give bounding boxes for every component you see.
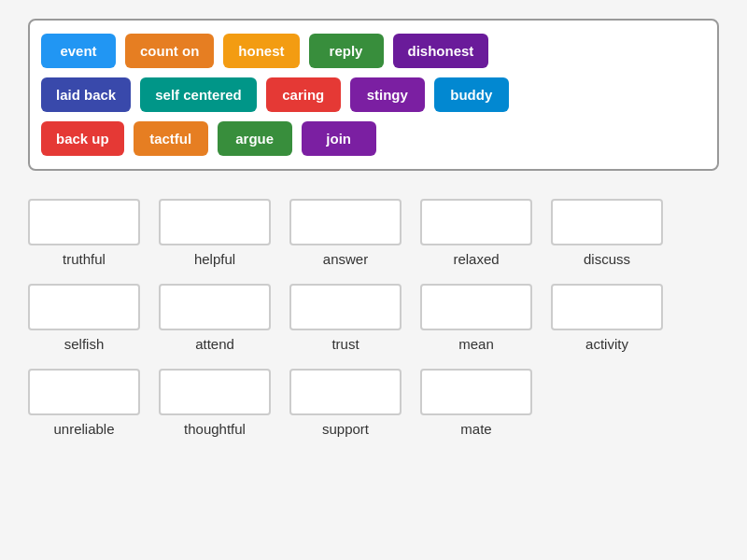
tile-join[interactable]: join (302, 121, 376, 156)
answer-cell-mate: mate (420, 369, 532, 437)
label-helpful: helpful (194, 251, 235, 267)
drop-box-truthful[interactable] (28, 199, 140, 245)
drop-box-support[interactable] (289, 369, 402, 415)
tile-laid-back[interactable]: laid back (41, 77, 131, 112)
drop-box-relaxed[interactable] (420, 199, 532, 245)
answer-cell-truthful: truthful (28, 199, 140, 267)
label-attend: attend (195, 336, 234, 352)
drop-box-thoughtful[interactable] (159, 369, 271, 415)
label-relaxed: relaxed (453, 251, 499, 267)
label-selfish: selfish (64, 336, 105, 352)
label-trust: trust (331, 336, 359, 352)
answer-cell-discuss: discuss (551, 199, 663, 267)
label-mate: mate (460, 421, 491, 437)
answer-cell-selfish: selfish (28, 284, 140, 352)
label-discuss: discuss (584, 251, 630, 267)
word-bank: event count on honest reply dishonest la… (28, 19, 719, 171)
label-thoughtful: thoughtful (184, 421, 246, 437)
drop-box-mean[interactable] (420, 284, 532, 330)
label-support: support (322, 421, 369, 437)
tile-count-on[interactable]: count on (125, 34, 214, 68)
tile-dishonest[interactable]: dishonest (393, 34, 489, 68)
label-activity: activity (585, 336, 628, 352)
tile-tactful[interactable]: tactful (134, 121, 208, 156)
answer-cell-helpful: helpful (159, 199, 271, 267)
answer-row-3: unreliable thoughtful support mate (28, 369, 719, 437)
tile-reply[interactable]: reply (309, 34, 384, 68)
tile-back-up[interactable]: back up (41, 121, 124, 156)
drop-box-helpful[interactable] (159, 199, 271, 245)
word-bank-row-1: event count on honest reply dishonest (41, 34, 706, 68)
drop-box-activity[interactable] (551, 284, 663, 330)
tile-argue[interactable]: argue (218, 121, 292, 156)
label-unreliable: unreliable (53, 421, 114, 437)
drop-box-unreliable[interactable] (28, 369, 140, 415)
tile-self-centered[interactable]: self centered (140, 77, 257, 112)
drop-box-answer[interactable] (289, 199, 402, 245)
drop-box-discuss[interactable] (551, 199, 663, 245)
label-mean: mean (458, 336, 494, 352)
tile-caring[interactable]: caring (266, 77, 341, 112)
answer-row-2: selfish attend trust mean activity (28, 284, 719, 352)
tile-buddy[interactable]: buddy (434, 77, 509, 112)
word-bank-row-2: laid back self centered caring stingy bu… (41, 77, 706, 112)
drop-box-selfish[interactable] (28, 284, 140, 330)
tile-event[interactable]: event (41, 34, 116, 68)
answer-cell-support: support (289, 369, 402, 437)
answer-cell-mean: mean (420, 284, 532, 352)
answer-cell-attend: attend (159, 284, 271, 352)
answer-cell-trust: trust (289, 284, 402, 352)
tile-honest[interactable]: honest (223, 34, 299, 68)
answer-cell-thoughtful: thoughtful (159, 369, 271, 437)
answer-area: truthful helpful answer relaxed discuss (28, 199, 719, 437)
drop-box-attend[interactable] (159, 284, 271, 330)
answer-row-1: truthful helpful answer relaxed discuss (28, 199, 719, 267)
main-container: event count on honest reply dishonest la… (0, 0, 747, 455)
answer-cell-relaxed: relaxed (420, 199, 532, 267)
answer-cell-activity: activity (551, 284, 663, 352)
word-bank-row-3: back up tactful argue join (41, 121, 706, 156)
label-answer: answer (323, 251, 368, 267)
tile-stingy[interactable]: stingy (350, 77, 425, 112)
drop-box-mate[interactable] (420, 369, 532, 415)
label-truthful: truthful (63, 251, 106, 267)
answer-cell-answer: answer (289, 199, 402, 267)
drop-box-trust[interactable] (289, 284, 402, 330)
answer-cell-unreliable: unreliable (28, 369, 140, 437)
